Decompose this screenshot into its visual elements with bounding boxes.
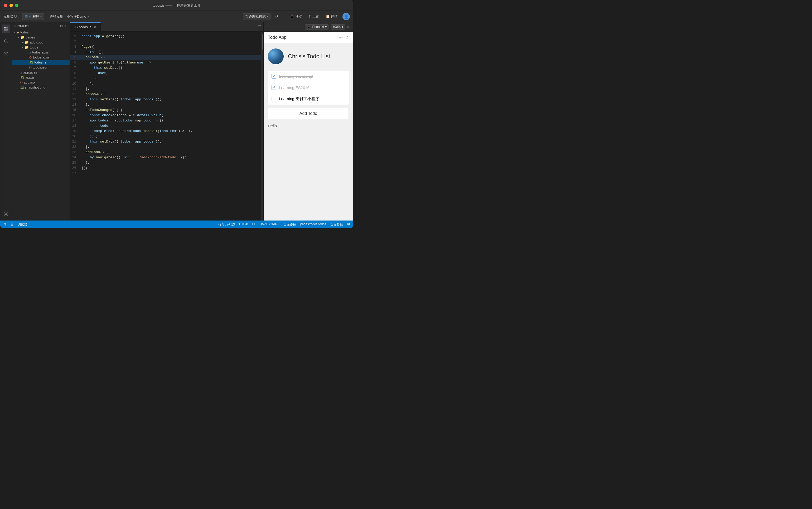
code-line: 16 const checkedTodos = e.detail.value; xyxy=(70,113,261,118)
preview-app-title: Todo App xyxy=(268,35,287,40)
close-button[interactable] xyxy=(4,4,7,7)
todo-checkbox-3[interactable] xyxy=(271,97,276,101)
sidebar-header: Project ↺ + xyxy=(12,23,70,30)
status-settings-icon[interactable]: ⚙ xyxy=(3,223,6,226)
app-type-dropdown[interactable]: ☰ 小程序 ▾ xyxy=(22,13,44,20)
main-layout: Project ↺ + ▼ ▶ todos ▼ 📁 pages ▶ xyxy=(0,23,353,220)
js-file-icon: JS xyxy=(29,60,33,64)
code-line: 27 xyxy=(70,171,261,176)
titlebar: todos.js —— 小程序开发者工具 xyxy=(0,0,353,11)
preview-menu-icon[interactable]: ☰ xyxy=(266,25,269,29)
activity-settings-icon[interactable] xyxy=(2,210,10,218)
todo-item-1[interactable]: Learning Javascript xyxy=(268,71,349,82)
todo-item-3[interactable]: Learning 支付宝小程序 xyxy=(268,93,349,105)
preview-app-body: Chris's Todo List Learning Javascript Le… xyxy=(264,43,353,220)
device-chevron: ▾ xyxy=(325,25,327,29)
tree-arrow xyxy=(17,86,20,89)
user-avatar[interactable]: 👤 xyxy=(343,13,350,20)
tree-item-label: todos xyxy=(20,30,29,34)
status-page-path[interactable]: pages/todos/todos xyxy=(300,223,326,227)
tree-item-app-acss[interactable]: # app.acss xyxy=(12,70,70,75)
tree-item-app-json[interactable]: {} app.json xyxy=(12,80,70,85)
svg-point-12 xyxy=(5,214,7,215)
tree-arrow: ▼ xyxy=(17,36,20,39)
refresh-icon: ↺ xyxy=(275,14,278,19)
svg-rect-1 xyxy=(6,27,8,29)
status-grid-icon[interactable]: ⊞ xyxy=(347,223,350,227)
header-refresh-icon[interactable]: ↺ xyxy=(345,35,349,40)
code-line: 17 app.todos = app.todos.map(todo => ({ xyxy=(70,118,261,123)
preview-toolbar: ☰ 📱 iPhone 6 ▾ 100% ▾ ⊞ xyxy=(264,23,353,32)
todo-checkbox-2[interactable] xyxy=(271,85,276,90)
code-line: 24 my.navigateTo({ url: '../add-todo/add… xyxy=(70,155,261,160)
todo-item-2[interactable]: Learning ES2016 xyxy=(268,82,349,93)
status-language[interactable]: JAVASCRIPT xyxy=(260,223,279,227)
code-line: 3 Page({ xyxy=(70,44,261,49)
tree-item-todos-json[interactable]: {} todos.json xyxy=(12,65,70,70)
preview-toolbar-right: 📱 iPhone 6 ▾ 100% ▾ ⊞ xyxy=(305,24,350,30)
code-line-highlighted: 5 onLoad() { xyxy=(70,55,261,60)
css-file-icon: # xyxy=(29,50,31,54)
sidebar-add-icon[interactable]: + xyxy=(65,24,67,28)
minimize-button[interactable] xyxy=(9,4,13,7)
tree-item-todos-axml[interactable]: ◇ todos.axml xyxy=(12,55,70,60)
status-page-params[interactable]: 页面参数 xyxy=(330,223,343,227)
editor-scrollbar[interactable] xyxy=(261,32,263,220)
tree-item-todos-acss[interactable]: # todos.acss xyxy=(12,50,70,55)
tree-arrow xyxy=(17,81,20,84)
device-dropdown[interactable]: 📱 iPhone 6 ▾ xyxy=(305,24,328,30)
status-debugger-label[interactable]: 调试器 xyxy=(18,223,27,227)
activity-debug-icon[interactable] xyxy=(2,50,10,58)
main-toolbar: 应用类型： ☰ 小程序 ▾ 关联应用：小程序Demo › 普通编辑模式 ▾ ↺ … xyxy=(0,11,353,23)
svg-point-6 xyxy=(5,53,7,54)
svg-rect-2 xyxy=(4,29,6,31)
maximize-button[interactable] xyxy=(15,4,19,7)
status-encoding[interactable]: UTF-8 xyxy=(239,223,248,227)
code-line: 8 user, xyxy=(70,71,261,76)
window-title: todos.js —— 小程序开发者工具 xyxy=(153,3,201,8)
sidebar-refresh-icon[interactable]: ↺ xyxy=(60,24,63,28)
editor-more-icon[interactable]: ☰ xyxy=(258,25,261,29)
tree-arrow xyxy=(26,51,29,54)
tree-item-pages[interactable]: ▼ 📁 pages xyxy=(12,35,70,40)
status-row-col[interactable]: 行 5，列 13 xyxy=(218,223,235,227)
app-type-chevron: ▾ xyxy=(40,15,42,18)
zoom-dropdown[interactable]: 100% ▾ xyxy=(331,24,345,30)
code-editor[interactable]: 1 const app = getApp(); 2 3 Page({ 4 dat… xyxy=(70,32,261,220)
code-line: 19 completed: checkedTodos.indexOf(todo.… xyxy=(70,129,261,134)
compile-mode-dropdown[interactable]: 普通编辑模式 ▾ xyxy=(243,13,270,20)
preview-extra-icon[interactable]: ⊞ xyxy=(347,25,350,29)
detail-button[interactable]: 📋 详情 xyxy=(324,13,339,20)
tree-item-todos-folder[interactable]: ▼ 📁 todos xyxy=(12,45,70,50)
code-line: 2 xyxy=(70,39,261,44)
tree-item-add-todo[interactable]: ▶ 📁 add-todo xyxy=(12,40,70,45)
status-debugger-icon[interactable]: ☰ xyxy=(10,223,13,226)
tab-close-icon[interactable]: ✕ xyxy=(94,25,96,29)
tree-item-snapshot[interactable]: 🖼 snapshot.png xyxy=(12,85,70,90)
activity-search-icon[interactable] xyxy=(2,37,10,45)
todo-header: Chris's Todo List xyxy=(268,48,349,64)
tree-item-todos-root[interactable]: ▼ ▶ todos xyxy=(12,30,70,35)
todo-checkbox-1[interactable] xyxy=(271,74,276,78)
related-app-arrow: › xyxy=(88,14,89,19)
code-line: 7 this.setData({ xyxy=(70,65,261,71)
activity-explorer-icon[interactable] xyxy=(2,25,10,33)
preview-button[interactable]: 📱 预览 xyxy=(288,13,304,20)
refresh-button[interactable]: ↺ xyxy=(274,13,280,20)
header-dots-icon[interactable]: ••• xyxy=(339,35,343,39)
code-line: 26 }); xyxy=(70,165,261,171)
todo-list: Learning Javascript Learning ES2016 Lear… xyxy=(268,71,349,105)
code-line: 1 const app = getApp(); xyxy=(70,34,261,39)
todo-text-2: Learning ES2016 xyxy=(279,86,310,90)
svg-line-11 xyxy=(7,55,8,55)
code-line: 18 ...todo, xyxy=(70,123,261,129)
upload-button[interactable]: ⬆ 上传 xyxy=(307,13,321,20)
tree-arrow xyxy=(17,71,20,74)
tree-item-app-js[interactable]: JS app.js xyxy=(12,75,70,80)
preview-panel: ☰ 📱 iPhone 6 ▾ 100% ▾ ⊞ Todo App ••• xyxy=(263,23,353,220)
editor-tab-todos-js[interactable]: JS todos.js ✕ xyxy=(70,23,101,31)
activity-bar xyxy=(0,23,12,220)
add-todo-button[interactable]: Add Todo xyxy=(268,108,349,120)
tree-item-todos-js[interactable]: JS todos.js xyxy=(12,60,70,65)
status-line-ending[interactable]: LF xyxy=(252,223,256,227)
